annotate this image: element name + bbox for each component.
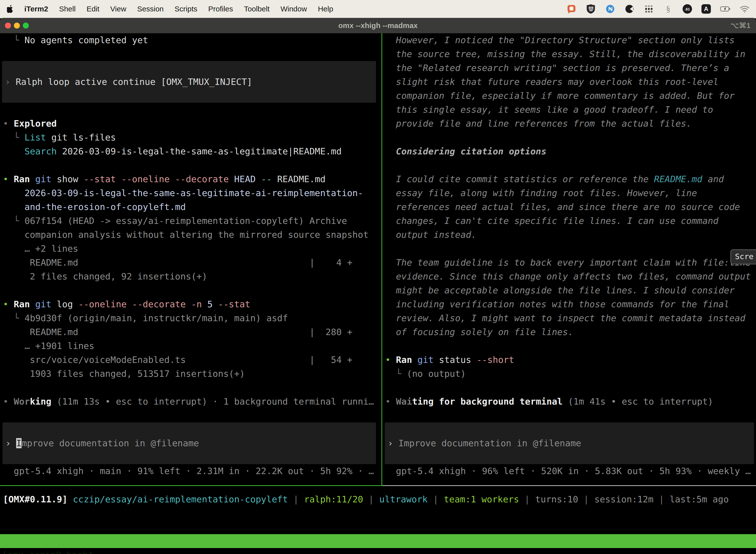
nav-blue-app-icon[interactable] bbox=[605, 4, 615, 14]
terminal-line: The team guideline is to back every impo… bbox=[385, 256, 756, 270]
window-shortcut-badge: ⌥⌘1 bbox=[731, 18, 751, 33]
terminal-line: However, I noticed the "Directory Struct… bbox=[385, 33, 756, 47]
tmux-status-bar: [omx-cczip0:bash* "MacBook-Pro-44.local"… bbox=[0, 534, 756, 548]
apple-logo bbox=[7, 5, 13, 13]
window-title: omx --xhigh --madmax bbox=[0, 18, 756, 33]
terminal-line: essay file, along with finding root file… bbox=[385, 186, 756, 200]
terminal-line: … +1901 lines bbox=[3, 339, 381, 353]
menu-iterm2[interactable]: iTerm2 bbox=[24, 5, 48, 13]
menu-status-icons: § .61 A bbox=[567, 4, 756, 14]
inject-prompt-line: › Ralph loop active continue [OMX_TMUX_I… bbox=[5, 75, 376, 89]
terminal-line: companion analysis without altering the … bbox=[3, 228, 381, 242]
terminal-line: • Working (11m 13s • esc to interrupt) ·… bbox=[3, 395, 381, 408]
badge-61-icon[interactable]: .61 bbox=[683, 4, 692, 14]
terminal-line: README.md | 280 + bbox=[3, 325, 381, 339]
apple-menu-icon[interactable] bbox=[7, 5, 13, 13]
right-prompt-box[interactable]: › Improve documentation in @filename bbox=[385, 423, 754, 464]
terminal-line: references need actual files, and since … bbox=[385, 200, 756, 214]
right-session-status: gpt-5.4 xhigh · 96% left · 520K in · 5.8… bbox=[385, 464, 751, 478]
crescent-app-icon[interactable] bbox=[625, 4, 634, 14]
menu-help[interactable]: Help bbox=[318, 5, 333, 13]
menu-scripts[interactable]: Scripts bbox=[175, 5, 197, 13]
menu-item-list: iTerm2ShellEditViewSessionScriptsProfile… bbox=[17, 5, 333, 13]
desktop-screen: iTerm2ShellEditViewSessionScriptsProfile… bbox=[0, 0, 756, 554]
menu-shell[interactable]: Shell bbox=[59, 5, 76, 13]
terminal-content: › Ralph loop active continue [OMX_TMUX_I… bbox=[0, 33, 756, 554]
terminal-line: I could cite commit statistics or refere… bbox=[385, 172, 756, 186]
macos-menu-bar: iTerm2ShellEditViewSessionScriptsProfile… bbox=[0, 0, 756, 18]
terminal-line: └ List git ls-files bbox=[3, 130, 381, 145]
terminal-line: the source tree, missing the essay. Stil… bbox=[385, 47, 756, 61]
terminal-line: output instead. bbox=[385, 228, 756, 242]
terminal-line: • Waiting for background terminal (1m 41… bbox=[385, 395, 756, 408]
terminal-line: might be acceptable alongside the file l… bbox=[385, 283, 756, 297]
menu-edit[interactable]: Edit bbox=[86, 5, 100, 13]
terminal-line: └ 067f154 (HEAD -> essay/ai-reimplementa… bbox=[3, 214, 381, 228]
terminal-line: • Explored bbox=[3, 117, 381, 130]
terminal-line: 2026-03-09-is-legal-the-same-as-legitima… bbox=[3, 186, 381, 200]
tmux-pane-right[interactable]: However, I noticed the "Directory Struct… bbox=[382, 33, 756, 485]
terminal-line: … +2 lines bbox=[3, 242, 381, 256]
right-prompt-input[interactable]: › Improve documentation in @filename bbox=[388, 436, 581, 450]
terminal-line: src/voice/voiceModeEnabled.ts | 54 + bbox=[3, 353, 381, 367]
terminal-line: including verification notes with those … bbox=[385, 297, 756, 311]
chat-app-icon[interactable] bbox=[567, 4, 576, 14]
terminal-line: companion file, especially if more comme… bbox=[385, 89, 756, 103]
menu-session[interactable]: Session bbox=[137, 5, 164, 13]
terminal-line: and-the-erosion-of-copyleft.md bbox=[3, 200, 381, 214]
terminal-line: this single essay, it seems like a good … bbox=[385, 103, 756, 117]
menu-view[interactable]: View bbox=[110, 5, 126, 13]
left-pane-bottom-border bbox=[0, 485, 381, 486]
screen-notification-tooltip: Scre bbox=[731, 250, 756, 264]
right-pane-bottom-border bbox=[382, 485, 756, 486]
tmux-pane-left[interactable]: › Ralph loop active continue [OMX_TMUX_I… bbox=[0, 33, 381, 485]
terminal-line: └ No agents completed yet bbox=[3, 33, 381, 47]
menu-window[interactable]: Window bbox=[280, 5, 307, 13]
terminal-line: └ 4b9d30f (origin/main, instructkr/main,… bbox=[3, 311, 381, 325]
terminal-line: evidence. Since this change only affects… bbox=[385, 270, 756, 283]
terminal-line: 1903 files changed, 513517 insertions(+) bbox=[3, 367, 381, 381]
prompt-chevron-icon: › bbox=[5, 438, 16, 448]
a-app-icon[interactable]: A bbox=[701, 4, 711, 14]
left-session-status: gpt-5.4 xhigh · main · 91% left · 2.31M … bbox=[3, 464, 374, 478]
tmux-session-name[interactable]: [omx-cczip0:bash* bbox=[2, 548, 93, 554]
terminal-line: • Ran git log --oneline --decorate -n 5 … bbox=[3, 297, 381, 311]
terminal-line: provide file and line references from th… bbox=[385, 117, 756, 130]
terminal-line: Considering citation options bbox=[385, 145, 756, 158]
terminal-line: the "Related research writing" section i… bbox=[385, 61, 756, 75]
iterm2-window: omx --xhigh --madmax ⌥⌘1 › Ralph loop ac… bbox=[0, 18, 756, 554]
prompt-chevron-icon: › bbox=[388, 438, 398, 448]
right-prompt-text: Improve documentation in @filename bbox=[398, 438, 581, 448]
squiggle-app-icon[interactable]: § bbox=[663, 4, 673, 14]
terminal-line: of focusing solely on file lines. bbox=[385, 325, 756, 339]
left-prompt-input[interactable]: › Improve documentation in @filename bbox=[5, 436, 199, 450]
terminal-line: 2 files changed, 92 insertions(+) bbox=[3, 270, 381, 283]
left-prompt-box[interactable]: › Improve documentation in @filename bbox=[2, 423, 376, 464]
terminal-line: changes, I can't cite specific file line… bbox=[385, 214, 756, 228]
shield-app-icon[interactable] bbox=[586, 4, 596, 14]
dots-grid-icon[interactable] bbox=[644, 4, 654, 14]
terminal-line: review. Also, I might want to inspect th… bbox=[385, 311, 756, 325]
terminal-line: README.md | 4 + bbox=[3, 256, 381, 270]
left-prompt-text: mprove documentation in @filename bbox=[21, 438, 199, 448]
menu-toolbelt[interactable]: Toolbelt bbox=[244, 5, 270, 13]
inject-prompt-box: › Ralph loop active continue [OMX_TMUX_I… bbox=[2, 61, 376, 103]
wifi-icon[interactable] bbox=[740, 4, 750, 14]
window-title-bar[interactable]: omx --xhigh --madmax ⌥⌘1 bbox=[0, 18, 756, 34]
terminal-line: └ (no output) bbox=[385, 367, 756, 381]
terminal-line: Search 2026-03-09-is-legal-the-same-as-l… bbox=[3, 145, 381, 158]
menu-profiles[interactable]: Profiles bbox=[208, 5, 233, 13]
terminal-line: slight risk that future readers may over… bbox=[385, 75, 756, 89]
terminal-line: • Ran git show --stat --oneline --decora… bbox=[3, 172, 381, 186]
omx-status-line: [OMX#0.11.9] cczip/essay/ai-reimplementa… bbox=[3, 492, 729, 506]
text-cursor: I bbox=[16, 438, 21, 448]
terminal-line: • Ran git status --short bbox=[385, 353, 756, 367]
battery-icon[interactable] bbox=[720, 4, 730, 14]
